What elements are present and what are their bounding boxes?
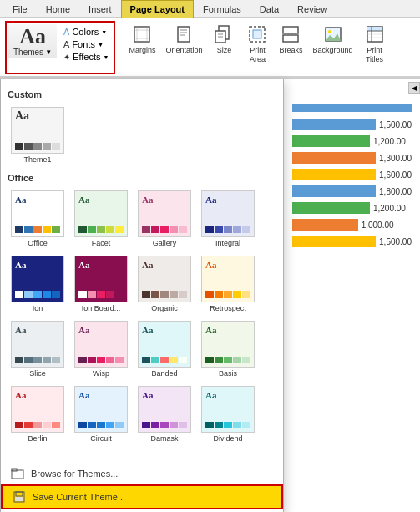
margins-icon [130, 23, 154, 46]
size-button[interactable]: Size [209, 21, 239, 57]
tab-data[interactable]: Data [250, 0, 288, 18]
print-area-button[interactable]: PrintArea [242, 21, 272, 66]
chart-bar-row-2: 1,200.00 [292, 135, 412, 147]
fonts-button[interactable]: A Fonts ▼ [60, 38, 112, 50]
small-ribbon-buttons: A Colors ▼ A Fonts ▼ ✦ Effects ▼ [60, 24, 112, 63]
theme-item-gallery[interactable]: Aa Gallery [134, 188, 195, 250]
ion-boardroom-name: Ion Board... [82, 304, 121, 312]
tab-page-layout[interactable]: Page Layout [121, 0, 194, 18]
circuit-name: Circuit [90, 434, 112, 443]
themes-dropdown: Custom Aa Theme1 [0, 79, 284, 512]
main-area: Custom Aa Theme1 [0, 79, 420, 512]
colors-button[interactable]: A Colors ▼ [60, 26, 112, 38]
slice-preview: Aa [11, 321, 64, 368]
themes-aa-icon: Aa [19, 26, 46, 48]
dropdown-footer: Browse for Themes... Save Current Theme.… [1, 459, 283, 512]
margins-label: Margins [129, 46, 155, 55]
bar-fill-5 [292, 185, 376, 197]
circuit-preview: Aa [74, 386, 128, 433]
print-titles-button[interactable]: PrintTitles [360, 21, 390, 66]
banded-preview: Aa [138, 321, 191, 368]
theme-item-wisp[interactable]: Aa Wisp [71, 318, 131, 380]
integral-preview: Aa [201, 190, 255, 237]
theme-item-facet[interactable]: Aa Facet [71, 188, 131, 250]
themes-dropdown-arrow: ▼ [45, 48, 52, 56]
breaks-button[interactable]: Breaks [276, 21, 306, 57]
svg-rect-16 [283, 35, 298, 42]
theme-item-basis[interactable]: Aa Basis [198, 318, 258, 380]
ion-name: Ion [33, 304, 43, 312]
facet-preview: Aa [74, 190, 128, 237]
theme-item-integral[interactable]: Aa Integral [198, 188, 258, 250]
effects-icon: ✦ [63, 53, 70, 62]
print-titles-icon [363, 23, 387, 46]
collapse-ribbon-button[interactable]: ◀ [408, 82, 420, 94]
background-icon [321, 23, 345, 46]
save-current-theme-label: Save Current Theme... [33, 492, 125, 502]
tab-file[interactable]: File [3, 0, 37, 18]
themes-button[interactable]: Aa Themes ▼ [8, 24, 57, 58]
tab-review[interactable]: Review [288, 0, 337, 18]
gallery-preview: Aa [138, 190, 191, 237]
bar-label-8: 1,500.00 [379, 237, 412, 246]
office-preview: Aa [11, 190, 64, 237]
themes-scroll-area[interactable]: Custom Aa Theme1 [1, 79, 283, 459]
bar-label-2: 1,200.00 [373, 137, 406, 146]
tab-formulas[interactable]: Formulas [194, 0, 250, 18]
damask-preview: Aa [138, 386, 191, 433]
theme-item-theme1[interactable]: Aa Theme1 [8, 104, 68, 166]
chart-bar-row-5: 1,800.00 [292, 185, 412, 197]
svg-rect-15 [283, 27, 298, 33]
spreadsheet-area: 1,500.00 1,200.00 1,300.00 1,600.00 1,80… [284, 79, 420, 512]
theme-item-berlin[interactable]: Aa Berlin [8, 383, 68, 445]
effects-button[interactable]: ✦ Effects ▼ [60, 51, 112, 63]
margins-button[interactable]: Margins [125, 21, 159, 57]
chart-bar-row-3: 1,300.00 [292, 152, 412, 164]
dividend-name: Dividend [213, 434, 242, 443]
theme-item-organic[interactable]: Aa Organic [134, 253, 195, 315]
theme1-preview: Aa [11, 107, 64, 154]
chart-bar-row-8: 1,500.00 [292, 236, 412, 247]
tab-home[interactable]: Home [37, 0, 79, 18]
orientation-icon [172, 23, 195, 46]
wisp-name: Wisp [93, 369, 109, 378]
theme-item-banded[interactable]: Aa Banded [134, 318, 195, 380]
theme-item-circuit[interactable]: Aa Circuit [71, 383, 131, 445]
dividend-preview: Aa [201, 386, 255, 433]
chart-bar-row-1: 1,500.00 [292, 119, 412, 130]
fonts-icon: A [63, 39, 69, 49]
colors-icon: A [63, 27, 69, 37]
svg-rect-14 [253, 30, 261, 38]
browse-themes-label: Browse for Themes... [31, 469, 118, 479]
office-section-label: Office [8, 173, 276, 183]
chart-bar-row-4: 1,600.00 [292, 169, 412, 180]
theme-item-office[interactable]: Aa Office [8, 188, 68, 250]
bar-fill-6 [292, 202, 370, 214]
browse-themes-button[interactable]: Browse for Themes... [1, 463, 283, 484]
theme-item-retrospect[interactable]: Aa Retrospect [198, 253, 258, 315]
theme-item-slice[interactable]: Aa Slice [8, 318, 68, 380]
save-current-theme-button[interactable]: Save Current Theme... [1, 484, 283, 509]
custom-theme-grid: Aa Theme1 [8, 104, 276, 166]
fonts-arrow: ▼ [98, 42, 104, 48]
damask-name: Damask [150, 434, 178, 443]
bar-fill-4 [292, 169, 376, 180]
theme-item-damask[interactable]: Aa Damask [134, 383, 195, 445]
save-icon [13, 490, 26, 504]
theme-item-dividend[interactable]: Aa Dividend [198, 383, 258, 445]
organic-preview: Aa [138, 256, 191, 302]
theme1-name: Theme1 [23, 155, 51, 164]
orientation-button[interactable]: Orientation [162, 21, 205, 57]
chart-bar-1 [292, 104, 412, 112]
print-area-icon [245, 23, 269, 46]
background-button[interactable]: Background [309, 21, 356, 57]
breaks-label: Breaks [279, 46, 302, 55]
theme-item-ion[interactable]: Aa Ion [8, 253, 68, 315]
theme-item-ion-boardroom[interactable]: Aa Ion Board... [71, 253, 131, 315]
bar-fill-8 [292, 236, 376, 247]
slice-name: Slice [29, 369, 46, 378]
page-setup-group: Margins Orientation Size PrintArea [125, 21, 389, 66]
tab-insert[interactable]: Insert [79, 0, 121, 18]
colors-arrow: ▼ [101, 29, 107, 35]
chart-area: 1,500.00 1,200.00 1,300.00 1,600.00 1,80… [284, 79, 420, 256]
